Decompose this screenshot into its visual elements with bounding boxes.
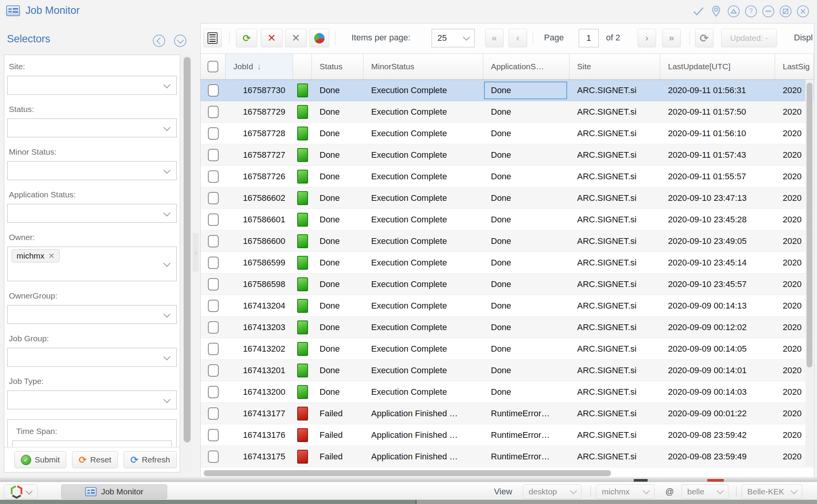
table-row[interactable]: 167587730DoneExecution CompleteDoneARC.S… (201, 80, 814, 101)
sidebar-scrollbar[interactable] (182, 55, 192, 472)
table-row[interactable]: 167413202DoneExecution CompleteDoneARC.S… (201, 338, 814, 360)
column-header-select[interactable] (201, 54, 226, 79)
reload-table-button[interactable]: ⟳ (236, 29, 257, 47)
updated-button[interactable]: Updated: - (721, 29, 777, 47)
sidebar-splitter-handle[interactable]: ‹ (193, 233, 199, 272)
selector-combo[interactable] (7, 348, 177, 367)
view-select[interactable]: desktop (523, 484, 582, 499)
row-checkbox[interactable] (208, 192, 219, 204)
grid-horizontal-scrollbar[interactable] (201, 469, 805, 477)
selectors-menu-icon[interactable] (174, 35, 186, 47)
table-row[interactable]: 167413176FailedApplication Finished …Run… (201, 424, 814, 446)
selector-combo[interactable] (7, 204, 177, 223)
row-checkbox[interactable] (208, 451, 219, 463)
row-checkbox[interactable] (208, 386, 219, 398)
items-per-page-select[interactable]: 25 (432, 29, 475, 47)
table-row[interactable]: 167586602DoneExecution CompleteDoneARC.S… (201, 187, 814, 209)
row-checkbox[interactable] (208, 84, 219, 97)
row-checkbox[interactable] (208, 257, 219, 269)
row-checkbox[interactable] (208, 278, 219, 290)
kill-job-button[interactable]: ✕ (261, 29, 283, 47)
column-header-lastupdate[interactable]: LastUpdate[UTC] (660, 54, 775, 79)
row-checkbox[interactable] (208, 429, 219, 441)
collapse-icon[interactable] (728, 5, 740, 17)
dirac-menu-button[interactable] (4, 484, 38, 499)
next-page-button[interactable]: › (638, 29, 656, 47)
row-checkbox[interactable] (208, 214, 219, 226)
restore-icon[interactable] (780, 5, 792, 17)
delete-job-button[interactable]: ✕ (285, 29, 307, 47)
table-row[interactable]: 167586598DoneExecution CompleteDoneARC.S… (201, 274, 814, 295)
selector-combo[interactable] (7, 305, 177, 324)
row-checkbox[interactable] (208, 149, 219, 161)
combo-chevron-icon[interactable] (163, 260, 170, 267)
check-icon[interactable] (692, 5, 705, 17)
row-checkbox[interactable] (208, 235, 219, 247)
selectors-collapse-icon[interactable] (153, 35, 165, 47)
combo-chevron-icon[interactable] (163, 353, 170, 360)
column-header-minorstatus[interactable]: MinorStatus (363, 54, 483, 79)
pin-icon[interactable] (710, 5, 722, 17)
row-checkbox[interactable] (208, 321, 219, 334)
table-row[interactable]: 167413201DoneExecution CompleteDoneARC.S… (201, 360, 814, 381)
refresh-grid-button[interactable]: ⟳ (695, 29, 713, 47)
column-header-appstatus[interactable]: ApplicationS… (483, 54, 569, 79)
row-checkbox[interactable] (208, 407, 219, 420)
selector-combo[interactable] (7, 391, 177, 409)
first-page-button[interactable]: « (485, 29, 504, 47)
refresh-button[interactable]: ⟳Refresh (124, 451, 176, 468)
table-row[interactable]: 167413175FailedApplication Finished …Run… (201, 446, 814, 467)
table-row[interactable]: 167586600DoneExecution CompleteDoneARC.S… (201, 230, 814, 252)
selector-combo[interactable] (7, 118, 177, 137)
last-page-button[interactable]: » (662, 29, 681, 47)
combo-chevron-icon[interactable] (163, 81, 170, 88)
help-icon[interactable]: ? (745, 5, 757, 17)
column-header-jobid[interactable]: JobId↓ (226, 54, 293, 79)
reset-button[interactable]: ⟳Reset (72, 451, 118, 468)
table-row[interactable]: 167586601DoneExecution CompleteDoneARC.S… (201, 209, 814, 230)
table-row[interactable]: 167587726DoneExecution CompleteDoneARC.S… (201, 166, 814, 187)
menu-button[interactable] (203, 29, 222, 47)
group-select[interactable]: belle (681, 484, 728, 499)
table-row[interactable]: 167413200DoneExecution CompleteDoneARC.S… (201, 381, 814, 403)
combo-chevron-icon[interactable] (163, 396, 170, 403)
owner-tag[interactable]: michmx✕ (12, 249, 60, 262)
setup-select[interactable]: Belle-KEK (742, 484, 802, 499)
user-select[interactable]: michmx (596, 484, 655, 499)
combo-chevron-icon[interactable] (163, 167, 170, 174)
table-row[interactable]: 167413204DoneExecution CompleteDoneARC.S… (201, 295, 814, 317)
combo-chevron-icon[interactable] (163, 209, 170, 216)
prev-page-button[interactable]: ‹ (509, 29, 527, 47)
row-checkbox[interactable] (208, 364, 219, 377)
taskbar-job-monitor-button[interactable]: Job Monitor (61, 484, 167, 499)
close-icon[interactable] (797, 5, 809, 17)
row-checkbox[interactable] (208, 300, 219, 312)
row-checkbox[interactable] (208, 106, 219, 118)
table-row[interactable]: 167586599DoneExecution CompleteDoneARC.S… (201, 252, 814, 274)
table-row[interactable]: 167587728DoneExecution CompleteDoneARC.S… (201, 123, 814, 144)
column-header-status[interactable]: Status (312, 54, 363, 79)
column-header-statusicon[interactable] (293, 54, 312, 79)
selector-combo[interactable]: michmx✕ (7, 247, 177, 281)
row-checkbox[interactable] (208, 343, 219, 355)
grid-vertical-scrollbar[interactable] (805, 80, 814, 466)
remove-tag-icon[interactable]: ✕ (48, 251, 55, 260)
table-row[interactable]: 167587727DoneExecution CompleteDoneARC.S… (201, 144, 814, 166)
combo-chevron-icon[interactable] (163, 124, 170, 131)
selector-combo[interactable] (7, 161, 177, 180)
submit-button[interactable]: ✓Submit (14, 451, 66, 468)
table-row[interactable]: 167587729DoneExecution CompleteDoneARC.S… (201, 101, 814, 123)
statistics-button[interactable] (310, 29, 329, 47)
row-checkbox[interactable] (208, 127, 219, 140)
column-header-lastsign[interactable]: LastSig (775, 54, 814, 79)
minimize-icon[interactable] (762, 5, 774, 17)
page-number-input[interactable]: 1 (579, 29, 599, 47)
selector-combo[interactable] (7, 76, 177, 95)
table-row[interactable]: 167413203DoneExecution CompleteDoneARC.S… (201, 317, 814, 338)
select-all-checkbox[interactable] (208, 61, 218, 72)
column-header-site[interactable]: Site (569, 54, 660, 79)
row-checkbox[interactable] (208, 170, 219, 183)
combo-chevron-icon[interactable] (163, 310, 170, 317)
focused-cell[interactable]: Done (484, 82, 567, 99)
table-row[interactable]: 167413177FailedApplication Finished …Run… (201, 403, 814, 424)
